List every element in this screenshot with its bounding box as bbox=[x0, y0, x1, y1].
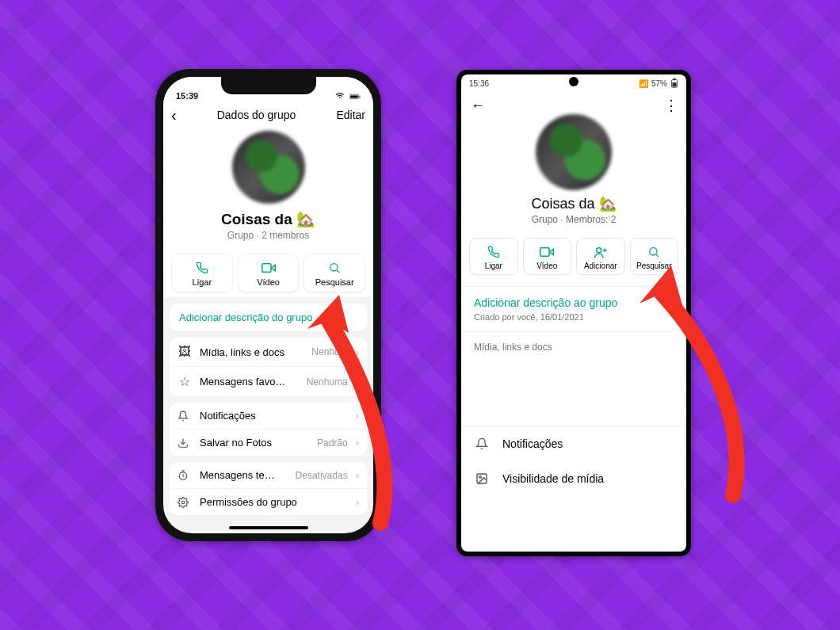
disappearing-label: Mensagens te… bbox=[200, 469, 288, 481]
timer-icon bbox=[178, 470, 192, 481]
download-icon bbox=[178, 437, 192, 449]
bell-icon bbox=[475, 437, 490, 450]
settings-section-2: Mensagens te… Desativadas › Permissões d… bbox=[170, 462, 367, 515]
add-description-link[interactable]: Adicionar descrição do grupo bbox=[170, 304, 367, 331]
call-button[interactable]: Ligar bbox=[469, 238, 518, 275]
group-avatar[interactable] bbox=[536, 114, 612, 190]
ios-header: ‹ Dados do grupo Editar bbox=[163, 102, 373, 129]
star-icon: ☆ bbox=[178, 374, 192, 389]
empty-space bbox=[461, 362, 686, 426]
android-frame: 15:36 📶 57% ← ⋮ Coisas da 🏡 Grupo · Memb… bbox=[456, 70, 691, 556]
search-label: Pesquisar bbox=[304, 277, 365, 287]
back-button[interactable]: ← bbox=[471, 97, 485, 114]
call-button[interactable]: Ligar bbox=[171, 254, 233, 292]
svg-rect-1 bbox=[350, 95, 358, 97]
gear-icon bbox=[178, 497, 192, 508]
action-row: Ligar Vídeo Pesquisar bbox=[163, 247, 373, 297]
video-label: Vídeo bbox=[239, 277, 299, 287]
chevron-right-icon: › bbox=[356, 376, 359, 388]
action-row: Ligar Vídeo Adicionar Pesquisar bbox=[461, 231, 686, 287]
group-name: Coisas da 🏡 bbox=[163, 210, 373, 228]
more-menu-button[interactable]: ⋮ bbox=[664, 97, 677, 114]
media-visibility-row[interactable]: Visibilidade de mídia bbox=[461, 461, 686, 496]
notifications-row[interactable]: Notificações bbox=[461, 426, 686, 461]
video-label: Vídeo bbox=[524, 262, 571, 270]
permissions-row[interactable]: Permissões do grupo › bbox=[170, 488, 367, 515]
media-row[interactable]: 🖼 Mídia, links e docs Nenhum › bbox=[170, 338, 367, 366]
search-icon bbox=[631, 245, 678, 259]
settings-list: Notificações Visibilidade de mídia bbox=[461, 426, 686, 496]
notifications-label: Notificações bbox=[502, 437, 563, 450]
search-icon bbox=[304, 261, 365, 275]
video-button[interactable]: Vídeo bbox=[523, 238, 572, 275]
group-avatar[interactable] bbox=[232, 131, 305, 204]
chevron-right-icon: › bbox=[356, 346, 359, 358]
android-toolbar: ← ⋮ bbox=[461, 92, 686, 114]
group-meta: Grupo · Membros: 2 bbox=[461, 214, 686, 225]
chevron-right-icon: › bbox=[356, 437, 359, 449]
signal-icon: 📶 bbox=[639, 79, 648, 88]
android-status-time: 15:36 bbox=[469, 79, 489, 88]
image-icon: 🖼 bbox=[178, 345, 192, 359]
media-label: Mídia, links e docs bbox=[200, 346, 304, 358]
disappearing-row[interactable]: Mensagens te… Desativadas › bbox=[170, 462, 367, 488]
video-icon bbox=[239, 261, 299, 275]
chevron-right-icon: › bbox=[356, 496, 359, 508]
search-button[interactable]: Pesquisar bbox=[630, 238, 679, 275]
home-indicator bbox=[229, 526, 308, 529]
starred-value: Nenhuma bbox=[307, 376, 348, 388]
notifications-row[interactable]: Notificações › bbox=[170, 403, 367, 429]
notifications-label: Notificações bbox=[200, 410, 348, 422]
group-hero: Coisas da 🏡 Grupo · 2 membros bbox=[163, 129, 373, 247]
bell-icon bbox=[178, 410, 192, 422]
description-section: Adicionar descrição do grupo bbox=[170, 304, 367, 331]
svg-rect-3 bbox=[262, 264, 270, 273]
svg-point-4 bbox=[330, 264, 338, 271]
header-title: Dados do grupo bbox=[217, 109, 296, 121]
media-value: Nenhum bbox=[311, 346, 347, 357]
svg-point-6 bbox=[181, 501, 185, 504]
description-section: Adicionar descrição ao grupo Criado por … bbox=[461, 287, 686, 325]
disappearing-value: Desativadas bbox=[296, 470, 348, 481]
battery-icon bbox=[349, 93, 361, 101]
svg-point-14 bbox=[479, 476, 482, 479]
search-label: Pesquisar bbox=[631, 262, 678, 270]
save-photos-row[interactable]: Salvar no Fotos Padrão › bbox=[170, 429, 367, 456]
iphone-frame: 15:39 ‹ Dados do grupo Editar Coisas da … bbox=[155, 69, 381, 541]
image-icon bbox=[475, 472, 490, 485]
add-description-link[interactable]: Adicionar descrição ao grupo bbox=[474, 296, 674, 309]
iphone-notch bbox=[221, 77, 316, 94]
group-hero: Coisas da 🏡 Grupo · Membros: 2 bbox=[461, 114, 686, 231]
save-photos-label: Salvar no Fotos bbox=[200, 437, 309, 449]
svg-rect-2 bbox=[359, 96, 360, 97]
starred-row[interactable]: ☆ Mensagens favo… Nenhuma › bbox=[170, 366, 367, 396]
media-visibility-label: Visibilidade de mídia bbox=[502, 472, 604, 485]
video-button[interactable]: Vídeo bbox=[238, 254, 300, 292]
starred-label: Mensagens favo… bbox=[200, 376, 299, 388]
wifi-icon bbox=[335, 93, 346, 101]
media-label: Mídia, links e docs bbox=[474, 342, 552, 353]
chevron-right-icon: › bbox=[356, 410, 359, 422]
search-button[interactable]: Pesquisar bbox=[304, 254, 365, 292]
media-row[interactable]: Mídia, links e docs bbox=[461, 331, 686, 362]
add-label: Adicionar bbox=[577, 262, 624, 270]
phone-icon bbox=[172, 261, 232, 275]
call-label: Ligar bbox=[172, 277, 232, 287]
svg-rect-8 bbox=[673, 78, 675, 80]
video-icon bbox=[524, 245, 571, 259]
add-member-button[interactable]: Adicionar bbox=[576, 238, 625, 275]
svg-rect-10 bbox=[540, 248, 549, 257]
edit-button[interactable]: Editar bbox=[336, 109, 365, 121]
ios-status-time: 15:39 bbox=[176, 91, 198, 101]
svg-rect-9 bbox=[672, 82, 676, 86]
group-meta: Grupo · 2 membros bbox=[163, 230, 373, 241]
settings-section-1: Notificações › Salvar no Fotos Padrão › bbox=[170, 403, 367, 456]
punch-hole-camera bbox=[569, 77, 578, 86]
back-button[interactable]: ‹ bbox=[171, 107, 177, 123]
battery-icon bbox=[670, 78, 678, 88]
iphone-screen: 15:39 ‹ Dados do grupo Editar Coisas da … bbox=[163, 77, 373, 533]
add-person-icon bbox=[577, 245, 624, 259]
media-section: 🖼 Mídia, links e docs Nenhum › ☆ Mensage… bbox=[170, 338, 367, 396]
save-photos-value: Padrão bbox=[317, 437, 348, 449]
created-by-text: Criado por você, 16/01/2021 bbox=[474, 312, 674, 322]
